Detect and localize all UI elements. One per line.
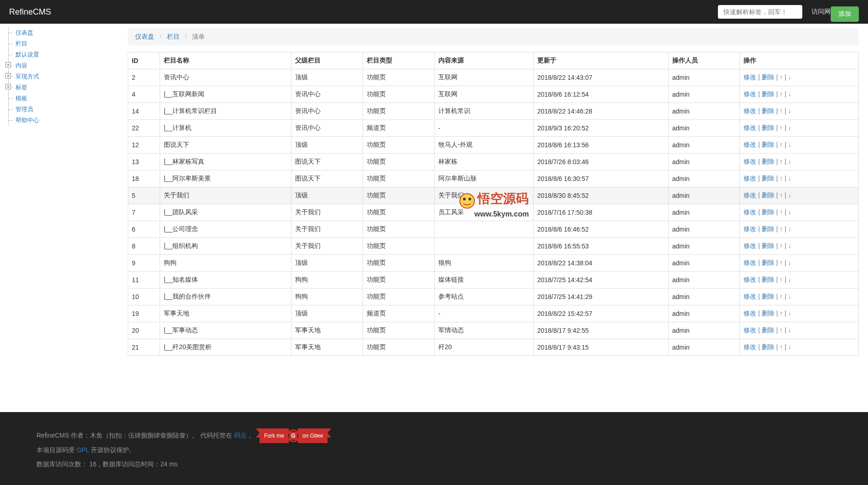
table-cell-name: |__军事动态 — [160, 322, 291, 339]
sidebar-item[interactable]: +内容 — [4, 60, 119, 71]
sidebar-item-label[interactable]: 模板 — [16, 95, 27, 102]
move-down[interactable]: ↓ — [788, 208, 791, 216]
edit-link[interactable]: 修改 — [743, 310, 756, 317]
delete-link[interactable]: 删除 — [762, 124, 774, 131]
move-down[interactable]: ↓ — [788, 343, 791, 351]
edit-link[interactable]: 修改 — [743, 73, 756, 81]
edit-link[interactable]: 修改 — [743, 343, 756, 351]
tree-expander-icon[interactable]: + — [5, 73, 11, 78]
edit-link[interactable]: 修改 — [743, 124, 756, 131]
delete-link[interactable]: 删除 — [762, 225, 774, 232]
edit-link[interactable]: 修改 — [743, 242, 756, 249]
table-cell-source: 互联网 — [434, 86, 533, 103]
content-area: 添加 仪表盘 / 栏目 / 清单 ID栏目名称父级栏目栏目类型内容来源更新于操作… — [119, 24, 868, 412]
table-cell-source: 员工风采 — [434, 204, 533, 221]
footer-gpl-link[interactable]: GPL — [77, 446, 89, 454]
move-down[interactable]: ↓ — [788, 73, 791, 81]
table-cell-source: 关于我们 — [434, 187, 533, 204]
add-button[interactable]: 添加 — [831, 6, 859, 22]
delete-link[interactable]: 删除 — [762, 310, 774, 317]
move-down[interactable]: ↓ — [788, 259, 791, 266]
edit-link[interactable]: 修改 — [743, 326, 756, 334]
move-down[interactable]: ↓ — [788, 124, 791, 131]
sidebar-item[interactable]: 默认设置 — [4, 49, 119, 60]
edit-link[interactable]: 修改 — [743, 293, 756, 300]
delete-link[interactable]: 删除 — [762, 90, 774, 98]
sidebar-item-label[interactable]: 栏目 — [16, 40, 27, 47]
table-cell-operator: admin — [668, 272, 740, 289]
delete-link[interactable]: 删除 — [762, 208, 774, 216]
move-down[interactable]: ↓ — [788, 326, 791, 334]
edit-link[interactable]: 修改 — [743, 191, 756, 199]
table-cell-type: 功能页 — [363, 154, 435, 170]
move-down[interactable]: ↓ — [788, 276, 791, 283]
delete-link[interactable]: 删除 — [762, 326, 774, 334]
move-down[interactable]: ↓ — [788, 158, 791, 165]
sidebar-item[interactable]: +呈现方式 — [4, 71, 119, 82]
sidebar-item[interactable]: 帮助中心 — [4, 115, 119, 126]
table-row: 7|__团队风采关于我们功能页员工风采2018/7/16 17:50:38adm… — [128, 204, 859, 221]
delete-link[interactable]: 删除 — [762, 242, 774, 249]
move-down[interactable]: ↓ — [788, 293, 791, 300]
edit-link[interactable]: 修改 — [743, 141, 756, 148]
edit-link[interactable]: 修改 — [743, 276, 756, 283]
sidebar-item[interactable]: 模板 — [4, 93, 119, 104]
breadcrumb-dashboard[interactable]: 仪表盘 — [135, 33, 154, 40]
sidebar-item-label[interactable]: 标签 — [16, 84, 27, 91]
delete-link[interactable]: 删除 — [762, 73, 774, 81]
move-down[interactable]: ↓ — [788, 242, 791, 249]
table-cell-operator: admin — [668, 289, 740, 305]
sidebar-item-label[interactable]: 管理员 — [16, 106, 33, 113]
table-cell-updated: 2018/8/6 16:30:57 — [533, 170, 668, 187]
edit-link[interactable]: 修改 — [743, 158, 756, 165]
tree-expander-icon[interactable]: + — [5, 84, 11, 89]
delete-link[interactable]: 删除 — [762, 191, 774, 199]
delete-link[interactable]: 删除 — [762, 276, 774, 283]
edit-link[interactable]: 修改 — [743, 225, 756, 232]
move-down[interactable]: ↓ — [788, 107, 791, 114]
move-down[interactable]: ↓ — [788, 175, 791, 182]
table-cell-type: 功能页 — [363, 204, 435, 221]
move-down[interactable]: ↓ — [788, 141, 791, 148]
table-cell-updated: 2018/8/22 15:42:57 — [533, 305, 668, 322]
table-cell-source: 参考站点 — [434, 289, 533, 305]
sidebar-item-label[interactable]: 帮助中心 — [16, 117, 39, 124]
delete-link[interactable]: 删除 — [762, 175, 774, 182]
delete-link[interactable]: 删除 — [762, 259, 774, 266]
table-cell-source: - — [434, 120, 533, 137]
sidebar-item-label[interactable]: 内容 — [16, 62, 27, 69]
table-cell-name: |__知名媒体 — [160, 272, 291, 289]
table-cell-source: 媒体链接 — [434, 272, 533, 289]
tree-expander-icon[interactable]: + — [5, 62, 11, 67]
sidebar-item-label[interactable]: 默认设置 — [16, 51, 39, 58]
delete-link[interactable]: 删除 — [762, 107, 774, 114]
sidebar-item-label[interactable]: 仪表盘 — [16, 29, 33, 36]
edit-link[interactable]: 修改 — [743, 107, 756, 114]
delete-link[interactable]: 删除 — [762, 141, 774, 148]
move-down[interactable]: ↓ — [788, 225, 791, 232]
sidebar-item-label[interactable]: 呈现方式 — [16, 73, 39, 80]
move-down[interactable]: ↓ — [788, 310, 791, 317]
sidebar-item[interactable]: +标签 — [4, 82, 119, 93]
table-cell-operator: admin — [668, 120, 740, 137]
edit-link[interactable]: 修改 — [743, 208, 756, 216]
sidebar-item[interactable]: 管理员 — [4, 104, 119, 115]
breadcrumb-column[interactable]: 栏目 — [167, 33, 180, 40]
move-down[interactable]: ↓ — [788, 191, 791, 199]
edit-link[interactable]: 修改 — [743, 175, 756, 182]
gitee-fork-badge[interactable]: Fork me G on Gitee — [260, 428, 327, 443]
footer-gitee-link[interactable]: 码云 — [234, 432, 247, 439]
move-down[interactable]: ↓ — [788, 90, 791, 98]
sidebar-item[interactable]: 栏目 — [4, 38, 119, 49]
table-cell-parent: 军事天地 — [291, 322, 363, 339]
edit-link[interactable]: 修改 — [743, 90, 756, 98]
edit-link[interactable]: 修改 — [743, 259, 756, 266]
table-cell-operator: admin — [668, 221, 740, 238]
sidebar-item[interactable]: 仪表盘 — [4, 27, 119, 38]
table-cell-type: 功能页 — [363, 69, 435, 86]
delete-link[interactable]: 删除 — [762, 343, 774, 351]
delete-link[interactable]: 删除 — [762, 293, 774, 300]
table-cell-name: |__互联网新闻 — [160, 86, 291, 103]
delete-link[interactable]: 删除 — [762, 158, 774, 165]
table-cell-ops: 修改 | 删除 | ↑ | ↓ — [740, 137, 859, 154]
